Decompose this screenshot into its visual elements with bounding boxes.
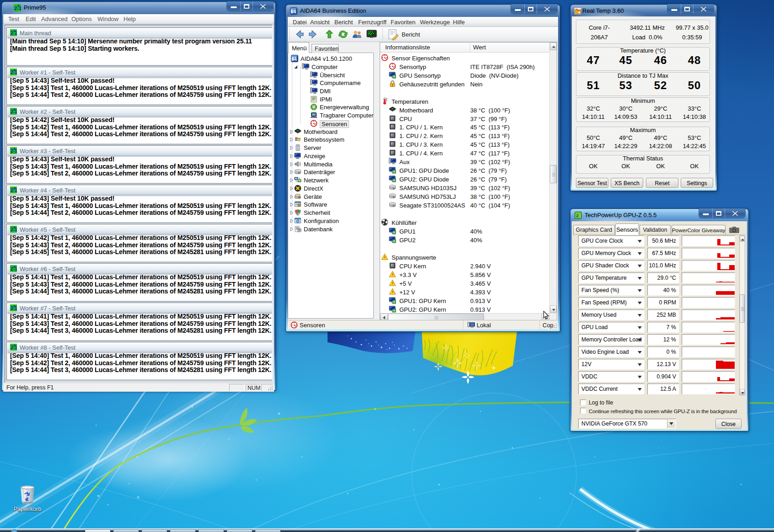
svg-text:P: P xyxy=(14,305,16,308)
svg-text:P: P xyxy=(14,148,16,151)
svg-text:P: P xyxy=(14,187,16,190)
svg-text:P: P xyxy=(14,30,16,33)
svg-text:P: P xyxy=(14,108,16,112)
svg-text:P: P xyxy=(14,266,16,269)
svg-text:64: 64 xyxy=(291,9,296,14)
svg-text:P: P xyxy=(17,5,20,8)
svg-text:P: P xyxy=(14,344,16,347)
svg-text:P: P xyxy=(14,69,16,72)
svg-text:Z: Z xyxy=(576,213,579,218)
svg-text:64: 64 xyxy=(292,57,297,62)
svg-text:P: P xyxy=(14,226,16,229)
